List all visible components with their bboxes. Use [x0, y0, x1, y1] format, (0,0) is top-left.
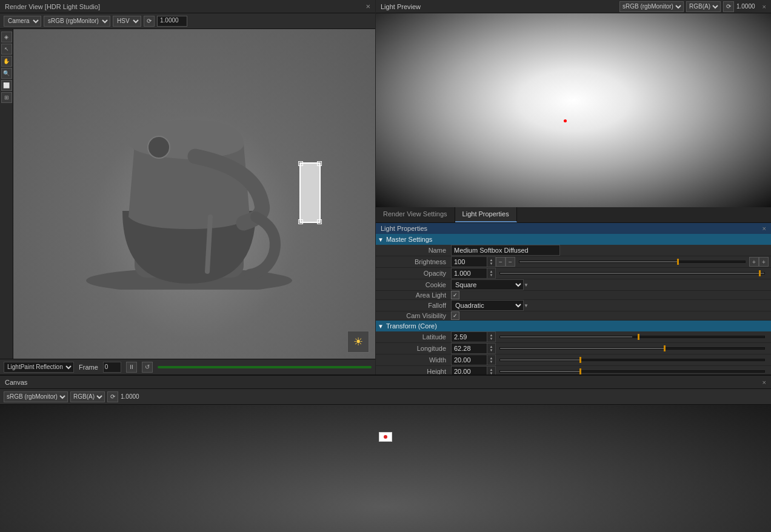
cookie-row: Cookie Square ▼: [376, 279, 771, 291]
cam-visibility-checkbox[interactable]: ✓: [451, 311, 459, 320]
canvas-mode[interactable]: RGB(A): [70, 391, 105, 402]
area-light-checkbox[interactable]: ✓: [451, 291, 459, 299]
light-gizmo[interactable]: [299, 162, 321, 223]
falloff-row: Falloff Quadratic ▼: [376, 300, 771, 311]
frame-input[interactable]: [103, 362, 121, 373]
height-spinner[interactable]: ▲▼: [487, 366, 496, 374]
svg-line-3: [207, 217, 210, 271]
brightness-plus[interactable]: +: [749, 257, 759, 267]
cam-visibility-row: Cam Visibility ✓: [376, 311, 771, 321]
brightness-label: Brightness: [378, 258, 451, 265]
name-input[interactable]: [451, 245, 560, 256]
opacity-row: Opacity ▲▼: [376, 268, 771, 279]
frame-label: Frame: [79, 364, 98, 371]
opacity-slider[interactable]: [499, 272, 765, 274]
canvas-light-rect: [379, 432, 392, 442]
area-light-row: Area Light ✓: [376, 291, 771, 300]
longitude-spinner[interactable]: ▲▼: [487, 343, 496, 354]
light-preview-viewport: [376, 13, 771, 207]
falloff-label: Falloff: [378, 302, 451, 309]
lp-mode-select[interactable]: RGB(A): [686, 1, 721, 12]
brightness-input[interactable]: [451, 256, 487, 267]
brightness-plus2[interactable]: +: [759, 257, 769, 267]
master-settings-label: Master Settings: [386, 236, 432, 243]
canvas-color-space[interactable]: sRGB (rgbMonitor): [4, 391, 68, 402]
props-area: Light Properties × ▼ Master Settings Nam…: [376, 223, 771, 374]
progress-bar: [158, 366, 372, 368]
color-space-select[interactable]: sRGB (rgbMonitor): [44, 16, 110, 27]
latitude-input[interactable]: [451, 331, 487, 342]
latitude-slider[interactable]: [499, 336, 765, 338]
height-label: Height: [378, 368, 451, 374]
name-row: Name: [376, 245, 771, 256]
crop-tool[interactable]: ⊞: [1, 92, 12, 103]
tab-light-properties[interactable]: Light Properties: [455, 207, 517, 222]
light-properties-titlebar: Light Properties ×: [376, 223, 771, 234]
transform-core-header[interactable]: ▼ Transform (Core): [376, 321, 771, 331]
canvas-sync-icon[interactable]: ⟳: [107, 391, 118, 402]
light-preview-red-dot: [564, 119, 567, 122]
width-input[interactable]: [451, 354, 487, 365]
transform-core-label: Transform (Core): [386, 322, 437, 330]
render-view-close-btn[interactable]: ×: [365, 2, 370, 11]
longitude-slider[interactable]: [499, 347, 765, 350]
canvas-close[interactable]: ×: [763, 379, 766, 386]
light-preview-close[interactable]: ×: [763, 3, 766, 10]
longitude-row: Longitude ▲▼: [376, 343, 771, 354]
zoom-tool[interactable]: 🔍: [1, 68, 12, 79]
height-input[interactable]: [451, 366, 487, 374]
pause-btn[interactable]: ⏸: [126, 362, 137, 373]
width-slider[interactable]: [499, 359, 765, 361]
latitude-label: Latitude: [378, 333, 451, 341]
cookie-label: Cookie: [378, 281, 451, 288]
longitude-input[interactable]: [451, 343, 487, 354]
brightness-spinner[interactable]: ▲▼: [487, 256, 496, 267]
transform-core-arrow: ▼: [378, 323, 384, 330]
lp-value: 1.0000: [736, 3, 755, 10]
camera-select[interactable]: Camera: [4, 16, 41, 27]
canvas-viewport: [0, 405, 771, 532]
latitude-spinner[interactable]: ▲▼: [487, 331, 496, 342]
master-settings-header[interactable]: ▼ Master Settings: [376, 234, 771, 245]
render-viewport: ☀: [13, 29, 375, 359]
height-slider[interactable]: [499, 370, 765, 373]
sync-icon[interactable]: ⟳: [144, 16, 155, 27]
render-view-title: Render View [HDR Light Studio]: [5, 3, 100, 10]
canvas-panel: Canvas × sRGB (rgbMonitor) RGB(A) ⟳ 1.00…: [0, 374, 771, 532]
tab-render-view-settings[interactable]: Render View Settings: [376, 207, 455, 222]
lightpaint-dropdown[interactable]: LightPaint Reflection: [4, 362, 74, 373]
lp-sync-icon[interactable]: ⟳: [723, 1, 734, 12]
cookie-select[interactable]: Square: [451, 279, 524, 290]
lp-color-space-select[interactable]: sRGB (rgbMonitor): [619, 1, 684, 12]
falloff-dropdown-arrow: ▼: [524, 303, 529, 308]
light-preview-image: [376, 13, 771, 207]
canvas-title: Canvas: [5, 379, 27, 386]
canvas-light-icon: [379, 432, 392, 442]
render-bottom-bar: LightPaint Reflection Frame ⏸ ↺: [0, 359, 375, 374]
width-spinner[interactable]: ▲▼: [487, 354, 496, 365]
sun-icon-btn[interactable]: ☀: [347, 331, 369, 353]
canvas-red-dot: [384, 435, 387, 439]
brightness-minus[interactable]: −: [496, 257, 506, 267]
falloff-select[interactable]: Quadratic: [451, 300, 524, 311]
hand-tool[interactable]: ✋: [1, 56, 12, 67]
width-row: Width ▲▼: [376, 354, 771, 366]
brightness-minus2[interactable]: −: [506, 257, 515, 267]
pointer-tool[interactable]: ↖: [1, 44, 12, 55]
refresh-btn[interactable]: ↺: [142, 362, 153, 373]
opacity-label: Opacity: [378, 270, 451, 277]
mode-select[interactable]: HSV: [113, 16, 141, 27]
master-settings-arrow: ▼: [378, 236, 384, 243]
rect-tool[interactable]: ⬜: [1, 80, 12, 91]
brightness-slider[interactable]: [519, 261, 746, 263]
svg-point-2: [148, 136, 170, 158]
exposure-value: 1.0000: [157, 16, 187, 27]
canvas-titlebar: Canvas ×: [0, 376, 771, 389]
light-preview-header: Light Preview sRGB (rgbMonitor) RGB(A) ⟳…: [376, 0, 771, 13]
opacity-spinner[interactable]: ▲▼: [487, 268, 496, 279]
canvas-value: 1.0000: [121, 393, 139, 400]
select-tool[interactable]: ◈: [1, 32, 12, 42]
opacity-input[interactable]: [451, 268, 487, 279]
light-properties-close[interactable]: ×: [763, 225, 766, 232]
area-light-label: Area Light: [378, 291, 451, 299]
